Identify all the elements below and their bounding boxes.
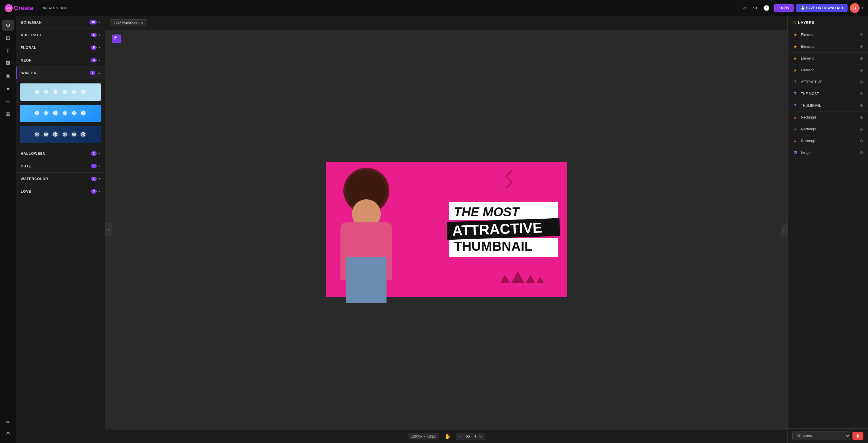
sidebar-grid-button[interactable]: ▦	[2, 108, 14, 120]
undo-button[interactable]: ↩	[741, 3, 749, 13]
chevron-down-icon: ▾	[99, 152, 100, 155]
zoom-in-button[interactable]: +	[474, 434, 477, 439]
category-halloween-badge: 2	[91, 151, 97, 156]
layer-settings-button[interactable]: ⚙	[860, 56, 863, 61]
panel-collapse-button[interactable]: ‹	[105, 223, 112, 236]
layer-name: Rectangle	[801, 127, 857, 131]
layer-name: Element	[801, 44, 857, 49]
layer-name: THUMBNAIL	[801, 103, 857, 107]
chevron-down-icon: ▾	[99, 190, 100, 193]
category-winter-badge: 3	[90, 71, 96, 75]
avatar[interactable]: U	[850, 3, 860, 13]
canvas: THE MOST ATTRACTIVE THUMBNAIL	[326, 162, 567, 297]
create-video-button[interactable]: CREATE VIDEO	[41, 6, 67, 10]
canvas-flag-icon	[112, 34, 121, 43]
layers-delete-button[interactable]: 🗑	[852, 432, 863, 440]
category-halloween[interactable]: HALLOWEEN 2 ▾	[16, 147, 105, 160]
chevron-down-icon: ▾	[99, 164, 100, 168]
layer-row[interactable]: ★ Element ⚙	[788, 29, 868, 41]
layer-name: Element	[801, 33, 857, 37]
text-attractive-box: ATTRACTIVE	[447, 218, 560, 240]
layer-row[interactable]: ▲ Rectangle ⚙	[788, 135, 868, 147]
category-abstract-badge: 6	[91, 33, 97, 37]
layer-row[interactable]: ▲ Rectangle ⚙	[788, 123, 868, 135]
zoom-out-button[interactable]: −	[459, 434, 461, 439]
save-download-button[interactable]: 💾 SAVE OR DOWNLOAD	[796, 4, 847, 12]
new-button[interactable]: + NEW	[774, 4, 794, 12]
zoom-percent-label: %	[479, 434, 482, 438]
layer-settings-button[interactable]: ⚙	[860, 92, 863, 96]
chevron-down-icon: ▾	[99, 46, 100, 49]
layers-list: ★ Element ⚙ ★ Element ⚙ ★ Element ⚙ ★ El…	[788, 29, 868, 428]
redo-button[interactable]: ↪	[751, 3, 759, 13]
text-type-icon: T	[792, 79, 798, 85]
layer-row[interactable]: T ATTRACTIVE ⚙	[788, 76, 868, 88]
deco-triangles	[500, 271, 544, 283]
layer-settings-button[interactable]: ⚙	[860, 103, 863, 108]
layer-row[interactable]: ▲ Rectangle ⚙	[788, 112, 868, 123]
sidebar-settings-button[interactable]: ⚙	[2, 428, 14, 440]
layer-settings-button[interactable]: ⚙	[860, 139, 863, 143]
layers-panel: ⬡ LAYERS ★ Element ⚙ ★ Element ⚙ ★ Eleme…	[787, 16, 868, 443]
layer-settings-button[interactable]: ⚙	[860, 127, 863, 131]
category-floral[interactable]: FLORAL 5 ▾	[16, 41, 105, 54]
sidebar-adjust-button[interactable]: ⚙	[2, 20, 14, 31]
layer-name: ATTRACTIVE	[801, 80, 857, 84]
layer-name: Image	[801, 151, 857, 155]
sidebar-color-button[interactable]: ◉	[2, 70, 14, 82]
canvas-text-overlay: THE MOST ATTRACTIVE THUMBNAIL	[449, 202, 558, 257]
category-cute[interactable]: CUTE 7 ▾	[16, 160, 105, 172]
layer-name: Element	[801, 68, 857, 72]
winter-item-1[interactable]: ❄ ❄ ❄ ❄ ❄ ❄	[20, 83, 102, 101]
winter-item-3[interactable]: ❄ ❅ ❆ ❄ ❅ ❆	[20, 125, 102, 144]
category-floral-badge: 5	[91, 45, 97, 50]
category-bohemian-badge: 10	[90, 20, 97, 25]
sidebar-emoji-button[interactable]: ☺	[2, 95, 14, 107]
category-winter[interactable]: WINTER 3 ▲	[16, 67, 105, 80]
chevron-down-icon: ▾	[99, 21, 100, 24]
layer-row[interactable]: ★ Element ⚙	[788, 53, 868, 64]
sidebar-pen-button[interactable]: ✏	[2, 416, 14, 428]
star-icon: ★	[792, 44, 798, 50]
layer-settings-button[interactable]: ⚙	[860, 80, 863, 84]
layer-settings-button[interactable]: ⚙	[860, 68, 863, 72]
category-love[interactable]: LOVE 3 ▾	[16, 185, 105, 198]
sidebar-star-button[interactable]: ★	[2, 83, 14, 94]
tab-close-button[interactable]: ×	[141, 21, 143, 25]
layers-filter-select[interactable]: All Layers Text Shapes Images	[792, 432, 850, 440]
text-type-icon: T	[792, 91, 798, 97]
layer-row[interactable]: T THUMBNAIL ⚙	[788, 100, 868, 112]
move-tool-button[interactable]: ✋	[443, 432, 453, 441]
layer-name: Rectangle	[801, 115, 857, 119]
layer-settings-button[interactable]: ⚙	[860, 44, 863, 49]
sidebar-crop-button[interactable]: ⊞	[2, 32, 14, 44]
sidebar-photo-button[interactable]: 🖼	[2, 58, 14, 69]
layer-settings-button[interactable]: ⚙	[860, 151, 863, 155]
canvas-background: THE MOST ATTRACTIVE THUMBNAIL	[326, 162, 567, 297]
tab-name-label: 1716754682393	[114, 21, 139, 25]
logo-text: Create	[14, 4, 33, 12]
layer-settings-button[interactable]: ⚙	[860, 32, 863, 37]
layer-row[interactable]: ★ Element ⚙	[788, 41, 868, 53]
history-button[interactable]: 🕐	[762, 3, 771, 13]
winter-item-2[interactable]: ❄ ❅ ❆ ❅ ❄ ❆	[20, 104, 102, 123]
category-watercolor[interactable]: WATERCOLOR 3 ▾	[16, 172, 105, 185]
avatar-chevron-icon[interactable]: ▾	[862, 6, 863, 9]
canvas-bottom-bar: 1280px × 720px ✋ − 65 + %	[105, 429, 787, 443]
layer-name: Element	[801, 56, 857, 60]
layer-row[interactable]: T THE MOST ⚙	[788, 88, 868, 100]
layer-row[interactable]: ★ Element ⚙	[788, 64, 868, 76]
category-abstract[interactable]: ABSTRACT 6 ▾	[16, 29, 105, 41]
star-icon: ★	[792, 67, 798, 73]
layer-settings-button[interactable]: ⚙	[860, 115, 863, 120]
layers-collapse-button[interactable]: ›	[780, 223, 787, 236]
woman-figure	[332, 162, 430, 297]
category-love-badge: 3	[91, 189, 97, 194]
category-neon-badge: 4	[91, 58, 97, 62]
layers-footer: All Layers Text Shapes Images 🗑	[788, 428, 868, 443]
canvas-wrapper: ‹	[105, 30, 787, 429]
sidebar-text-button[interactable]: T	[2, 45, 14, 56]
category-bohemian[interactable]: BOHEMIAN 10 ▾	[16, 16, 105, 29]
layer-row[interactable]: 🖼 Image ⚙	[788, 147, 868, 159]
category-neon[interactable]: NEON 4 ▾	[16, 54, 105, 67]
